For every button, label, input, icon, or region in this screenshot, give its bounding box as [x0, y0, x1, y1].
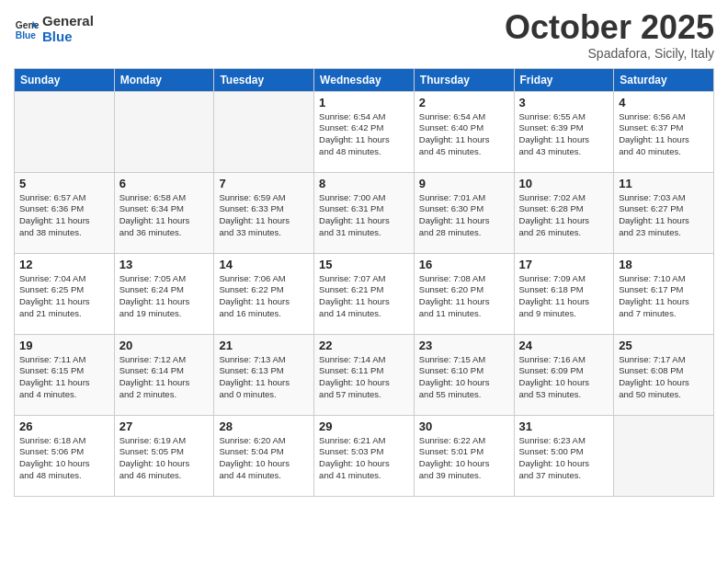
day-info: Sunrise: 7:17 AM Sunset: 6:08 PM Dayligh…: [619, 354, 709, 401]
table-row: 26Sunrise: 6:18 AM Sunset: 5:06 PM Dayli…: [15, 415, 115, 496]
day-number: 2: [419, 96, 509, 109]
table-row: 9Sunrise: 7:01 AM Sunset: 6:30 PM Daylig…: [414, 172, 514, 253]
table-row: 1Sunrise: 6:54 AM Sunset: 6:42 PM Daylig…: [314, 91, 415, 172]
day-info: Sunrise: 6:54 AM Sunset: 6:40 PM Dayligh…: [419, 111, 509, 158]
table-row: 28Sunrise: 6:20 AM Sunset: 5:04 PM Dayli…: [214, 415, 314, 496]
title-block: October 2025 Spadafora, Sicily, Italy: [505, 9, 714, 61]
day-number: 4: [619, 96, 709, 109]
month-title: October 2025: [505, 9, 714, 46]
day-number: 22: [319, 339, 409, 352]
day-number: 24: [519, 339, 609, 352]
day-number: 11: [619, 177, 709, 190]
table-row: 23Sunrise: 7:15 AM Sunset: 6:10 PM Dayli…: [414, 334, 514, 415]
table-row: 5Sunrise: 6:57 AM Sunset: 6:36 PM Daylig…: [15, 172, 115, 253]
logo-general: General: [42, 14, 94, 29]
col-saturday: Saturday: [614, 68, 714, 91]
table-row: 4Sunrise: 6:56 AM Sunset: 6:37 PM Daylig…: [614, 91, 714, 172]
table-row: 20Sunrise: 7:12 AM Sunset: 6:14 PM Dayli…: [114, 334, 214, 415]
table-row: [114, 91, 214, 172]
day-number: 12: [19, 258, 109, 271]
table-row: 29Sunrise: 6:21 AM Sunset: 5:03 PM Dayli…: [314, 415, 415, 496]
day-info: Sunrise: 7:02 AM Sunset: 6:28 PM Dayligh…: [519, 192, 609, 239]
day-info: Sunrise: 7:07 AM Sunset: 6:21 PM Dayligh…: [319, 273, 409, 320]
day-info: Sunrise: 7:04 AM Sunset: 6:25 PM Dayligh…: [19, 273, 109, 320]
day-info: Sunrise: 7:09 AM Sunset: 6:18 PM Dayligh…: [519, 273, 609, 320]
calendar-week-row: 26Sunrise: 6:18 AM Sunset: 5:06 PM Dayli…: [15, 415, 714, 496]
day-number: 29: [319, 419, 409, 433]
table-row: 14Sunrise: 7:06 AM Sunset: 6:22 PM Dayli…: [214, 253, 314, 334]
calendar-header-row: Sunday Monday Tuesday Wednesday Thursday…: [15, 68, 714, 91]
day-info: Sunrise: 6:18 AM Sunset: 5:06 PM Dayligh…: [19, 435, 109, 482]
day-number: 6: [119, 177, 210, 190]
day-number: 18: [619, 258, 709, 271]
logo: General Blue General Blue: [14, 14, 94, 44]
table-row: [214, 91, 314, 172]
day-number: 21: [219, 339, 309, 352]
day-info: Sunrise: 6:59 AM Sunset: 6:33 PM Dayligh…: [219, 192, 309, 239]
day-number: 13: [119, 258, 210, 271]
calendar-week-row: 12Sunrise: 7:04 AM Sunset: 6:25 PM Dayli…: [15, 253, 714, 334]
table-row: 2Sunrise: 6:54 AM Sunset: 6:40 PM Daylig…: [414, 91, 514, 172]
table-row: 16Sunrise: 7:08 AM Sunset: 6:20 PM Dayli…: [414, 253, 514, 334]
col-monday: Monday: [114, 68, 214, 91]
day-number: 19: [19, 339, 109, 352]
header: General Blue General Blue October 2025 S…: [14, 9, 714, 61]
table-row: 17Sunrise: 7:09 AM Sunset: 6:18 PM Dayli…: [514, 253, 614, 334]
table-row: 13Sunrise: 7:05 AM Sunset: 6:24 PM Dayli…: [114, 253, 214, 334]
day-info: Sunrise: 7:16 AM Sunset: 6:09 PM Dayligh…: [519, 354, 609, 401]
col-wednesday: Wednesday: [314, 68, 415, 91]
day-number: 10: [519, 177, 609, 190]
col-friday: Friday: [514, 68, 614, 91]
day-number: 5: [19, 177, 109, 190]
day-info: Sunrise: 6:55 AM Sunset: 6:39 PM Dayligh…: [519, 111, 609, 158]
day-number: 30: [419, 419, 509, 433]
table-row: 19Sunrise: 7:11 AM Sunset: 6:15 PM Dayli…: [15, 334, 115, 415]
day-info: Sunrise: 7:08 AM Sunset: 6:20 PM Dayligh…: [419, 273, 509, 320]
day-number: 20: [119, 339, 210, 352]
day-info: Sunrise: 7:05 AM Sunset: 6:24 PM Dayligh…: [119, 273, 210, 320]
table-row: 30Sunrise: 6:22 AM Sunset: 5:01 PM Dayli…: [414, 415, 514, 496]
day-info: Sunrise: 6:22 AM Sunset: 5:01 PM Dayligh…: [419, 435, 509, 482]
calendar-week-row: 5Sunrise: 6:57 AM Sunset: 6:36 PM Daylig…: [15, 172, 714, 253]
day-number: 9: [419, 177, 509, 190]
day-number: 14: [219, 258, 309, 271]
day-info: Sunrise: 7:06 AM Sunset: 6:22 PM Dayligh…: [219, 273, 309, 320]
col-tuesday: Tuesday: [214, 68, 314, 91]
table-row: 7Sunrise: 6:59 AM Sunset: 6:33 PM Daylig…: [214, 172, 314, 253]
day-number: 1: [319, 96, 409, 109]
table-row: 11Sunrise: 7:03 AM Sunset: 6:27 PM Dayli…: [614, 172, 714, 253]
day-number: 23: [419, 339, 509, 352]
day-info: Sunrise: 7:00 AM Sunset: 6:31 PM Dayligh…: [319, 192, 409, 239]
day-info: Sunrise: 6:58 AM Sunset: 6:34 PM Dayligh…: [119, 192, 210, 239]
day-info: Sunrise: 6:57 AM Sunset: 6:36 PM Dayligh…: [19, 192, 109, 239]
table-row: 15Sunrise: 7:07 AM Sunset: 6:21 PM Dayli…: [314, 253, 415, 334]
logo-icon: General Blue: [14, 17, 40, 42]
table-row: 12Sunrise: 7:04 AM Sunset: 6:25 PM Dayli…: [15, 253, 115, 334]
day-info: Sunrise: 6:56 AM Sunset: 6:37 PM Dayligh…: [619, 111, 709, 158]
calendar-week-row: 1Sunrise: 6:54 AM Sunset: 6:42 PM Daylig…: [15, 91, 714, 172]
table-row: [15, 91, 115, 172]
calendar-table: Sunday Monday Tuesday Wednesday Thursday…: [14, 68, 714, 497]
table-row: 24Sunrise: 7:16 AM Sunset: 6:09 PM Dayli…: [514, 334, 614, 415]
day-info: Sunrise: 7:10 AM Sunset: 6:17 PM Dayligh…: [619, 273, 709, 320]
logo-blue: Blue: [42, 29, 94, 45]
table-row: 6Sunrise: 6:58 AM Sunset: 6:34 PM Daylig…: [114, 172, 214, 253]
table-row: 22Sunrise: 7:14 AM Sunset: 6:11 PM Dayli…: [314, 334, 415, 415]
day-number: 28: [219, 419, 309, 433]
day-number: 15: [319, 258, 409, 271]
day-number: 16: [419, 258, 509, 271]
day-info: Sunrise: 6:19 AM Sunset: 5:05 PM Dayligh…: [119, 435, 210, 482]
day-number: 7: [219, 177, 309, 190]
table-row: 21Sunrise: 7:13 AM Sunset: 6:13 PM Dayli…: [214, 334, 314, 415]
day-info: Sunrise: 7:13 AM Sunset: 6:13 PM Dayligh…: [219, 354, 309, 401]
day-number: 27: [119, 419, 210, 433]
table-row: [614, 415, 714, 496]
day-info: Sunrise: 7:15 AM Sunset: 6:10 PM Dayligh…: [419, 354, 509, 401]
day-number: 17: [519, 258, 609, 271]
day-number: 26: [19, 419, 109, 433]
location-subtitle: Spadafora, Sicily, Italy: [505, 46, 714, 61]
day-info: Sunrise: 7:11 AM Sunset: 6:15 PM Dayligh…: [19, 354, 109, 401]
table-row: 10Sunrise: 7:02 AM Sunset: 6:28 PM Dayli…: [514, 172, 614, 253]
table-row: 18Sunrise: 7:10 AM Sunset: 6:17 PM Dayli…: [614, 253, 714, 334]
day-info: Sunrise: 6:23 AM Sunset: 5:00 PM Dayligh…: [519, 435, 609, 482]
